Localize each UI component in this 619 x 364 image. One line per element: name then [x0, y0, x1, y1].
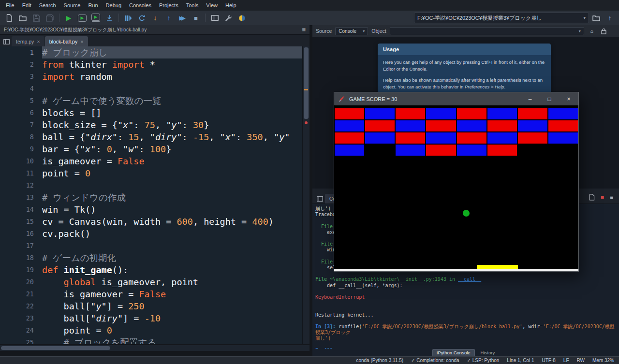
menu-view[interactable]: View [202, 0, 221, 11]
chevron-down-icon: ▾ [576, 29, 581, 33]
working-directory-value: F:¥OC-学説¥OC¥2023OC¥模擬授業3¥ブロック崩し [417, 15, 542, 22]
code-line-6: 6blocks = [] [0, 107, 303, 119]
status-permissions: RW [577, 358, 585, 363]
maximize-button[interactable]: □ [540, 92, 559, 105]
game-block [548, 132, 578, 144]
help-source-combo[interactable]: Console ▾ [335, 27, 368, 35]
game-block [395, 132, 426, 144]
editor-tab-temp.py[interactable]: temp.py× [12, 36, 44, 46]
tk-feather-icon [338, 95, 345, 102]
editor-horizontal-scrollbar[interactable] [0, 345, 310, 351]
home-button[interactable]: ⌂ [588, 27, 596, 35]
scrollbar-thumb[interactable] [304, 47, 309, 119]
code-line-17: 17 [0, 240, 303, 252]
game-block [334, 108, 365, 120]
code-line-9: 9bar = {"x": 0, "w": 100} [0, 143, 303, 155]
help-object-combo[interactable]: ▾ [390, 27, 584, 35]
menu-file[interactable]: File [2, 0, 18, 11]
menu-edit[interactable]: Edit [18, 0, 35, 11]
browse-tabs-button[interactable] [1, 37, 12, 46]
game-block [395, 144, 426, 156]
game-block [457, 132, 487, 144]
status-encoding: UTF-8 [542, 358, 555, 363]
browse-directory-button[interactable] [590, 12, 603, 24]
new-file-button[interactable] [3, 12, 15, 24]
close-tab-icon[interactable]: × [37, 39, 40, 44]
menu-run[interactable]: Run [84, 0, 102, 11]
run-file-button[interactable]: ▶ [62, 12, 75, 24]
debug-file-button[interactable] [122, 12, 134, 24]
interrupt-kernel-button[interactable]: ■ [601, 194, 604, 200]
code-line-5: 5# ゲーム中で使う変数の一覧 [0, 95, 303, 107]
new-console-button[interactable] [589, 194, 595, 201]
lock-icon [601, 28, 606, 34]
run-cell-button[interactable]: ▶ [76, 12, 88, 24]
parent-directory-button[interactable]: ↑ [604, 12, 616, 24]
editor-vertical-scrollbar[interactable] [302, 46, 310, 344]
menu-source[interactable]: Source [60, 0, 85, 11]
game-block [548, 120, 578, 132]
pythonpath-manager-button[interactable] [236, 12, 248, 24]
menu-help[interactable]: Help [221, 0, 240, 11]
run-selection-button[interactable] [103, 12, 116, 24]
game-canvas[interactable] [334, 105, 578, 269]
step-into-button[interactable]: ↓ [149, 12, 162, 24]
scrollbar-thumb[interactable] [1, 346, 110, 350]
status-items: conda (Python 3.11.5)✓ Completions: cond… [356, 358, 614, 363]
save-all-button[interactable] [44, 12, 56, 24]
maximize-pane-button[interactable] [208, 12, 221, 24]
code-line-23: 23 ball["diry"] = -10 [0, 312, 303, 324]
game-block [426, 120, 456, 132]
continue-icon: ▶▶ [179, 15, 186, 21]
console-options-menu-icon[interactable]: ≡ [610, 194, 613, 200]
wrench-icon [225, 15, 232, 22]
game-block [365, 120, 395, 132]
pane-tab-history[interactable]: History [476, 349, 500, 356]
browse-tabs-icon [317, 196, 323, 202]
usage-title: Usage [378, 44, 551, 55]
open-folder-icon [19, 15, 27, 21]
close-tab-icon[interactable]: × [80, 39, 83, 44]
close-button[interactable]: × [559, 92, 578, 105]
console-line: def __call__(self, *args): [315, 283, 616, 289]
code-line-21: 21 is_gameover = False [0, 288, 303, 300]
code-line-15: 15cv = Canvas(win, width = 600, height =… [0, 216, 303, 228]
browse-tabs-button[interactable] [314, 194, 325, 204]
game-block [334, 144, 365, 156]
lock-button[interactable] [600, 27, 608, 35]
code-line-13: 13# ウィンドウの作成 [0, 191, 303, 204]
game-titlebar[interactable]: GAME SCORE = 30 – □ × [334, 92, 578, 105]
editor-options-menu-icon[interactable]: ≡ [302, 26, 306, 33]
editor-tab-block-ball.py[interactable]: block-ball.py× [45, 36, 88, 46]
menu-debug[interactable]: Debug [102, 0, 125, 11]
run-selection-icon [106, 15, 113, 22]
status-memory: Mem 32% [592, 358, 614, 363]
breadcrumb: F:¥OC-学説¥OC¥2023OC¥模擬授業3¥ブロック崩し¥block-ba… [4, 27, 147, 33]
working-directory-combo[interactable]: F:¥OC-学説¥OC¥2023OC¥模擬授業3¥ブロック崩し ▾ [414, 13, 589, 23]
code-editor[interactable]: 1# ブロック崩し2from tkinter import *3import r… [0, 46, 310, 344]
menu-consoles[interactable]: Consoles [125, 0, 155, 11]
menu-search[interactable]: Search [35, 0, 60, 11]
run-current-line-button[interactable] [135, 12, 148, 24]
preferences-button[interactable] [222, 12, 235, 24]
menu-bar: FileEditSearchSourceRunDebugConsolesProj… [0, 0, 619, 11]
code-line-1: 1# ブロック崩し [0, 46, 303, 58]
pane-tab-ipython-console[interactable]: IPython Console [432, 349, 475, 356]
source-label: Source [316, 28, 332, 34]
main-toolbar: ▶ ▶ ▶ ↓ ↑ ▶▶ ■ F:¥OC-学説¥OC¥2023OC¥模擬授業3¥… [0, 11, 619, 26]
menu-projects[interactable]: Projects [155, 0, 182, 11]
code-line-10: 10is_gameover = False [0, 155, 303, 167]
step-return-button[interactable]: ↑ [162, 12, 175, 24]
continue-button[interactable]: ▶▶ [176, 12, 189, 24]
console-pane-tabs: IPython ConsoleHistory [312, 349, 619, 356]
run-cell-advance-button[interactable]: ▶ [89, 12, 102, 24]
game-block [517, 108, 548, 120]
save-button[interactable] [30, 12, 43, 24]
game-window[interactable]: GAME SCORE = 30 – □ × [334, 92, 579, 272]
console-line [315, 289, 616, 294]
menu-tools[interactable]: Tools [182, 0, 203, 11]
minimize-button[interactable]: – [520, 92, 540, 105]
game-block [395, 120, 426, 132]
stop-debug-button[interactable]: ■ [190, 12, 202, 24]
open-file-button[interactable] [16, 12, 29, 24]
